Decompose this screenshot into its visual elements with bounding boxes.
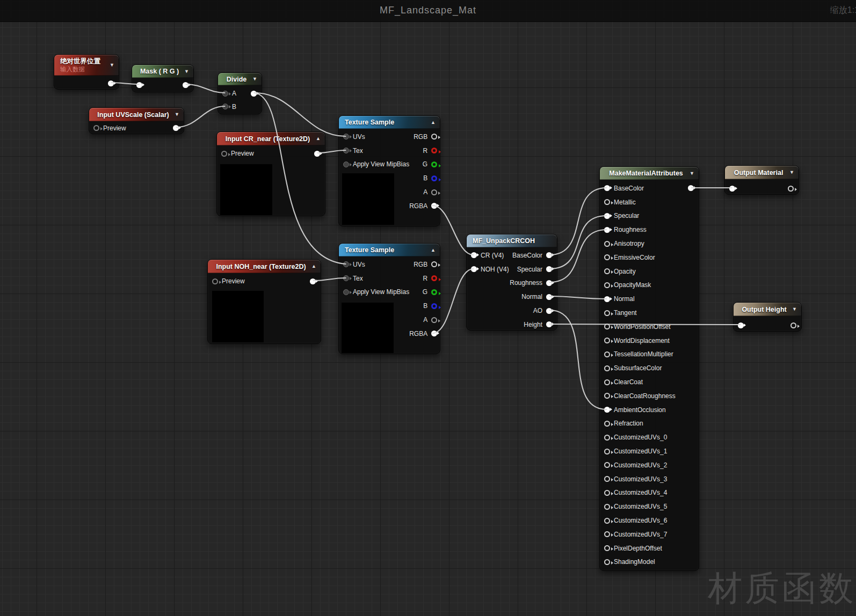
wire-unpack-ao-to-mma-ambientocclusion[interactable] — [550, 310, 607, 409]
customizeduvs-7-pin[interactable] — [604, 531, 610, 537]
r-pin[interactable] — [431, 275, 437, 281]
node-header[interactable]: MakeMaterialAttributes ▼ — [600, 167, 699, 180]
node-header[interactable]: Output Material ▼ — [725, 166, 799, 179]
a-pin[interactable] — [431, 317, 437, 323]
node-header[interactable]: Input NOH_near (Texture2D) ▲ — [208, 260, 321, 273]
ao-pin[interactable] — [546, 308, 552, 314]
output-pin[interactable] — [251, 91, 257, 97]
noh-v4-pin[interactable] — [471, 266, 477, 272]
rgb-pin[interactable] — [431, 134, 437, 140]
preview-pin[interactable] — [221, 151, 227, 157]
node-output-height[interactable]: Output Height ▼ — [733, 302, 802, 332]
customizeduvs-6-pin[interactable] — [604, 518, 610, 524]
collapse-icon[interactable]: ▲ — [308, 264, 316, 269]
output-pin[interactable] — [314, 151, 320, 157]
specular-pin[interactable] — [546, 266, 552, 272]
customizeduvs-1-pin[interactable] — [604, 449, 610, 454]
tangent-pin[interactable] — [604, 310, 610, 316]
uvs-pin[interactable] — [343, 261, 349, 267]
wire-divide-output-to-texture-sample-1-uvs[interactable] — [255, 93, 346, 136]
node-input-noh-near[interactable]: Input NOH_near (Texture2D) ▲ Preview — [207, 259, 321, 344]
collapse-icon[interactable]: ▲ — [427, 248, 436, 253]
r-pin[interactable] — [431, 148, 437, 153]
worldpositionoffset-pin[interactable] — [604, 324, 610, 329]
preview-pin[interactable] — [93, 125, 99, 131]
apply-view-mipbias-pin[interactable] — [343, 289, 349, 295]
roughness-pin[interactable] — [604, 227, 610, 233]
worlddisplacement-pin[interactable] — [604, 338, 610, 343]
rgba-pin[interactable] — [431, 203, 437, 209]
g-pin[interactable] — [431, 162, 437, 167]
tex-pin[interactable] — [343, 275, 349, 281]
pixeldepthoffset-pin[interactable] — [604, 545, 610, 551]
collapse-icon[interactable]: ▼ — [106, 63, 114, 68]
uvs-pin[interactable] — [343, 134, 349, 140]
input-pin[interactable] — [738, 322, 744, 328]
roughness-pin[interactable] — [546, 280, 552, 286]
basecolor-pin[interactable] — [546, 252, 552, 258]
wire-unpack-specular-to-mma-specular[interactable] — [550, 216, 607, 269]
node-mask-rg[interactable]: Mask ( R G ) ▼ — [132, 64, 194, 92]
node-graph-canvas[interactable]: 材质函数 绝对世界位置 输入数据 ▼ Mask ( R G ) ▼ Divide… — [0, 0, 856, 616]
subsurfacecolor-pin[interactable] — [604, 365, 610, 371]
normal-pin[interactable] — [604, 296, 610, 302]
output-pin[interactable] — [108, 80, 114, 86]
wire-unpack-normal-to-mma-normal[interactable] — [550, 296, 607, 299]
basecolor-pin[interactable] — [604, 185, 610, 191]
b-pin[interactable] — [431, 303, 437, 309]
preview-pin[interactable] — [212, 278, 218, 284]
a-pin[interactable] — [222, 91, 228, 97]
cr-v4-pin[interactable] — [471, 252, 477, 258]
node-absolute-world-position[interactable]: 绝对世界位置 输入数据 ▼ — [54, 54, 119, 90]
node-make-material-attributes[interactable]: MakeMaterialAttributes ▼ BaseColorMetall… — [599, 166, 699, 571]
b-pin[interactable] — [431, 175, 437, 181]
rgba-pin[interactable] — [431, 331, 437, 336]
output-pin[interactable] — [173, 125, 179, 131]
input-pin[interactable] — [136, 82, 142, 88]
collapse-icon[interactable]: ▲ — [427, 120, 436, 125]
customizeduvs-2-pin[interactable] — [604, 462, 610, 468]
opacitymask-pin[interactable] — [604, 282, 610, 288]
node-input-cr-near[interactable]: Input CR_near (Texture2D) ▲ Preview — [216, 131, 325, 216]
opacity-pin[interactable] — [604, 268, 610, 274]
collapse-icon[interactable]: ▼ — [181, 69, 189, 74]
metallic-pin[interactable] — [604, 199, 610, 205]
node-input-uvscale[interactable]: Input UVScale (Scalar) ▼ Preview — [89, 107, 184, 134]
output-pin[interactable] — [310, 278, 316, 284]
node-header[interactable]: Input UVScale (Scalar) ▼ — [89, 108, 184, 121]
node-header[interactable]: Input CR_near (Texture2D) ▲ — [217, 132, 325, 145]
refraction-pin[interactable] — [604, 421, 610, 427]
wire-unpack-roughness-to-mma-roughness[interactable] — [550, 230, 607, 282]
node-header[interactable]: Texture Sample ▲ — [339, 116, 440, 129]
apply-view-mipbias-pin[interactable] — [343, 162, 349, 167]
wire-unpack-basecolor-to-mma-basecolor[interactable] — [550, 188, 607, 255]
node-header[interactable]: Mask ( R G ) ▼ — [132, 65, 193, 78]
collapse-icon[interactable]: ▼ — [171, 112, 179, 117]
normal-pin[interactable] — [546, 294, 552, 300]
emissivecolor-pin[interactable] — [604, 254, 610, 260]
output-pin[interactable] — [790, 322, 796, 328]
b-pin[interactable] — [222, 104, 228, 109]
ambientocclusion-pin[interactable] — [604, 407, 610, 413]
node-header[interactable]: Divide ▼ — [218, 73, 262, 85]
collapse-icon[interactable]: ▼ — [786, 170, 794, 175]
tessellationmultiplier-pin[interactable] — [604, 351, 610, 357]
anisotropy-pin[interactable] — [604, 241, 610, 247]
node-texture-sample-1[interactable]: Texture Sample ▲ UVsTexApply View MipBia… — [338, 115, 440, 226]
shadingmodel-pin[interactable] — [604, 559, 610, 565]
node-divide[interactable]: Divide ▼ AB — [217, 72, 262, 114]
collapse-icon[interactable]: ▼ — [686, 171, 694, 176]
clearcoatroughness-pin[interactable] — [604, 393, 610, 399]
input-pin[interactable] — [729, 186, 735, 192]
collapse-icon[interactable]: ▲ — [313, 136, 321, 141]
customizeduvs-3-pin[interactable] — [604, 476, 610, 482]
output-pin[interactable] — [183, 82, 188, 88]
node-output-material[interactable]: Output Material ▼ — [724, 165, 799, 195]
tex-pin[interactable] — [343, 148, 349, 153]
node-header[interactable]: Texture Sample ▲ — [339, 244, 440, 256]
g-pin[interactable] — [431, 289, 437, 295]
a-pin[interactable] — [431, 189, 437, 195]
customizeduvs-0-pin[interactable] — [604, 435, 610, 441]
node-header[interactable]: MF_UnpackCRCOH — [467, 234, 557, 247]
node-header[interactable]: Output Height ▼ — [734, 303, 801, 316]
